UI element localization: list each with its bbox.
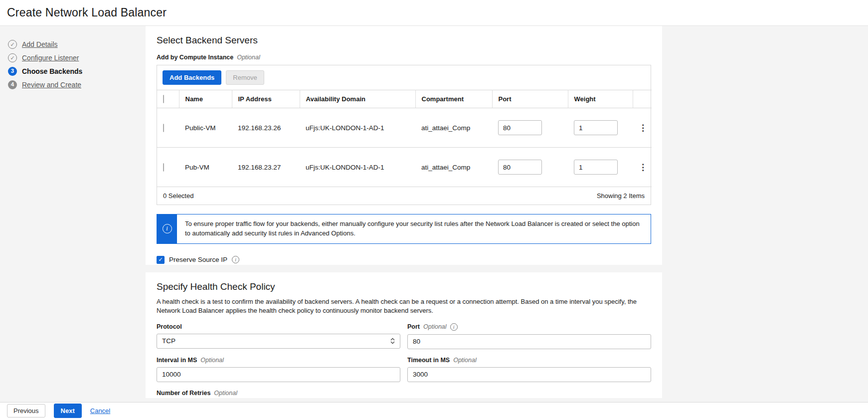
page-title: Create Network Load Balancer [7, 6, 167, 19]
cell-compartment: ati_attaei_Comp [415, 148, 492, 187]
next-button[interactable]: Next [54, 404, 82, 418]
interval-label: Interval in MS [157, 357, 197, 364]
wizard-action-bar: Previous Next Cancel [0, 402, 868, 419]
backends-table-container: Add Backends Remove Name IP Address Avai… [157, 65, 651, 205]
wizard-step-add-details[interactable]: ✓ Add Details [8, 40, 139, 49]
column-header-port: Port [492, 90, 568, 108]
timeout-label: Timeout in MS [407, 357, 450, 364]
cell-ip-address: 192.168.23.27 [232, 148, 300, 187]
select-backend-servers-card: Select Backend Servers Add by Compute In… [146, 26, 662, 265]
security-rules-info-banner: i To ensure proper traffic flow for your… [157, 214, 651, 244]
retries-label: Number of Retries [157, 390, 210, 397]
column-header-ip-address: IP Address [232, 90, 300, 108]
select-chevrons-icon [390, 338, 395, 344]
remove-button[interactable]: Remove [226, 70, 264, 85]
column-header-weight: Weight [568, 90, 633, 108]
info-icon[interactable]: i [232, 256, 239, 263]
health-port-label: Port [407, 323, 420, 330]
cell-name: Public-VM [179, 108, 232, 148]
weight-input[interactable] [574, 160, 618, 175]
cell-availability-domain: uFjs:UK-LONDON-1-AD-1 [300, 148, 415, 187]
row-checkbox[interactable] [163, 163, 164, 172]
wizard-steps-nav: ✓ Add Details ✓ Configure Listener 3 Cho… [0, 26, 146, 402]
health-section-description: A health check is a test to confirm the … [157, 297, 651, 316]
wizard-step-label: Configure Listener [22, 54, 79, 62]
weight-input[interactable] [574, 120, 618, 135]
wizard-step-configure-listener[interactable]: ✓ Configure Listener [8, 53, 139, 62]
row-checkbox[interactable] [163, 124, 164, 132]
check-circle-icon: ✓ [8, 53, 17, 62]
retries-field: Number of Retries Optional [157, 390, 651, 398]
health-section-heading: Specify Health Check Policy [157, 281, 651, 292]
wizard-step-label: Choose Backends [22, 67, 82, 75]
step-number-icon: 4 [8, 80, 17, 89]
table-row: Pub-VM 192.168.23.27 uFjs:UK-LONDON-1-AD… [157, 148, 652, 187]
cell-compartment: ati_attaei_Comp [415, 108, 492, 148]
backends-table: Name IP Address Availability Domain Comp… [157, 90, 652, 187]
wizard-step-label: Review and Create [22, 81, 81, 89]
timeout-field: Timeout in MS Optional [407, 357, 651, 382]
row-actions-menu-icon[interactable]: ⋮ [639, 124, 646, 132]
check-circle-icon: ✓ [8, 40, 17, 49]
protocol-select-value: TCP [162, 337, 175, 345]
add-backends-button[interactable]: Add Backends [163, 70, 221, 85]
protocol-field: Protocol TCP [157, 323, 400, 349]
health-port-field: Port Optional i [407, 323, 651, 349]
cell-ip-address: 192.168.23.26 [232, 108, 300, 148]
cell-name: Pub-VM [179, 148, 232, 187]
page-header: Create Network Load Balancer [0, 0, 868, 26]
showing-count: Showing 2 Items [597, 192, 645, 200]
optional-label: Optional [200, 357, 224, 364]
wizard-step-label: Add Details [22, 40, 58, 48]
optional-label: Optional [423, 323, 447, 330]
column-header-name: Name [179, 90, 232, 108]
info-icon: i [163, 224, 172, 233]
optional-label: Optional [237, 54, 260, 61]
info-banner-text: To ensure proper traffic flow for your b… [177, 214, 651, 243]
row-actions-menu-icon[interactable]: ⋮ [639, 163, 646, 172]
table-row: Public-VM 192.168.23.26 uFjs:UK-LONDON-1… [157, 108, 652, 148]
preserve-source-ip-label: Preserve Source IP [169, 256, 227, 263]
protocol-label: Protocol [157, 323, 182, 330]
add-by-compute-instance-label: Add by Compute Instance [157, 54, 233, 61]
cancel-link[interactable]: Cancel [90, 407, 110, 415]
column-header-compartment: Compartment [415, 90, 492, 108]
timeout-input[interactable] [407, 367, 651, 382]
interval-field: Interval in MS Optional [157, 357, 400, 382]
interval-input[interactable] [157, 367, 400, 382]
health-port-input[interactable] [407, 334, 651, 349]
cell-availability-domain: uFjs:UK-LONDON-1-AD-1 [300, 108, 415, 148]
port-input[interactable] [498, 120, 542, 135]
select-all-checkbox[interactable] [163, 95, 164, 103]
column-header-availability-domain: Availability Domain [300, 90, 415, 108]
protocol-select[interactable]: TCP [157, 334, 400, 349]
wizard-step-review-and-create[interactable]: 4 Review and Create [8, 80, 139, 89]
step-number-icon: 3 [8, 67, 17, 76]
preserve-source-ip-checkbox[interactable]: ✓ [157, 256, 165, 264]
optional-label: Optional [453, 357, 477, 364]
optional-label: Optional [214, 390, 237, 397]
selected-count: 0 Selected [163, 192, 193, 200]
info-banner-stripe: i [157, 214, 177, 243]
backend-section-heading: Select Backend Servers [157, 35, 651, 46]
wizard-step-choose-backends[interactable]: 3 Choose Backends [8, 67, 139, 76]
health-check-policy-card: Specify Health Check Policy A health che… [146, 272, 662, 398]
previous-button[interactable]: Previous [7, 404, 45, 418]
info-icon[interactable]: i [450, 323, 458, 331]
port-input[interactable] [498, 160, 542, 175]
